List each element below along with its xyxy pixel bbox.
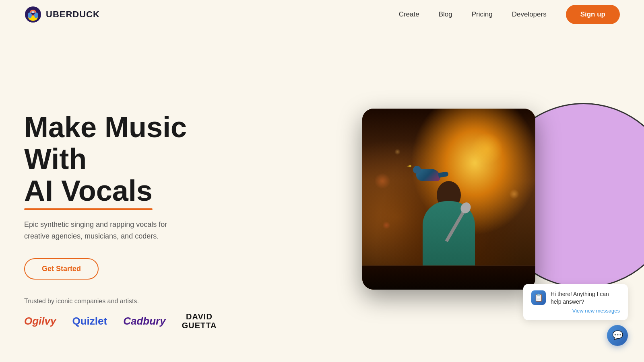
chat-message-text: Hi there! Anything I can help answer? (551, 290, 620, 306)
nav-create[interactable]: Create (399, 10, 419, 19)
chat-avatar-icon: 📋 (534, 293, 543, 302)
logo[interactable]: UBERDUCK (24, 6, 100, 23)
bokeh-light-1 (471, 133, 503, 165)
bokeh-light-2 (374, 173, 390, 189)
trusted-section: Trusted by iconic companies and artists.… (24, 298, 217, 330)
chat-widget: 📋 Hi there! Anything I can help answer? … (523, 284, 628, 346)
piano-keyboard (362, 265, 535, 290)
hero-title-line2: AI Vocals (24, 175, 153, 207)
bokeh-light-3 (509, 189, 519, 199)
chat-avatar: 📋 (531, 290, 546, 305)
nav-developers[interactable]: Developers (512, 10, 547, 19)
nav-links: Create Blog Pricing Developers Sign up (399, 5, 620, 24)
brand-logos: Ogilvy Quizlet Cadbury DAVIDGUETTA (24, 312, 217, 330)
bird-head (413, 166, 421, 174)
chat-bubble-inner: 📋 Hi there! Anything I can help answer? (531, 290, 620, 306)
chat-bubble: 📋 Hi there! Anything I can help answer? … (523, 284, 628, 320)
nav-blog[interactable]: Blog (439, 10, 452, 19)
brand-cadbury: Cadbury (123, 315, 165, 327)
svg-point-5 (34, 12, 38, 18)
brand-davidguetta: DAVIDGUETTA (182, 312, 217, 330)
chat-open-button[interactable]: 💬 (607, 325, 628, 346)
view-new-messages-link[interactable]: View new messages (531, 308, 620, 314)
uberduck-logo-icon (24, 6, 42, 23)
bird-body (416, 169, 440, 181)
chat-button-icon: 💬 (612, 330, 623, 341)
logo-text: UBERDUCK (46, 9, 100, 20)
svg-point-7 (33, 11, 35, 13)
svg-point-6 (31, 11, 33, 13)
brand-ogilvy: Ogilvy (24, 315, 56, 327)
signup-button[interactable]: Sign up (566, 5, 620, 24)
hero-title-line1: Make Music With (24, 111, 187, 175)
hero-image-card (362, 109, 535, 290)
hero-content: Make Music With AI Vocals Epic synthetic… (24, 111, 233, 280)
bokeh-light-5 (394, 149, 400, 155)
brand-quizlet: Quizlet (72, 315, 107, 327)
bokeh-light-4 (382, 221, 390, 229)
hero-subtitle: Epic synthetic singing and rapping vocal… (24, 219, 177, 242)
navigation: UBERDUCK Create Blog Pricing Developers … (0, 0, 644, 29)
hero-title: Make Music With AI Vocals (24, 111, 233, 207)
trusted-label: Trusted by iconic companies and artists. (24, 298, 217, 305)
svg-point-4 (28, 12, 32, 18)
hero-image-inner (362, 109, 535, 290)
get-started-button[interactable]: Get Started (24, 258, 99, 280)
nav-pricing[interactable]: Pricing (472, 10, 493, 19)
